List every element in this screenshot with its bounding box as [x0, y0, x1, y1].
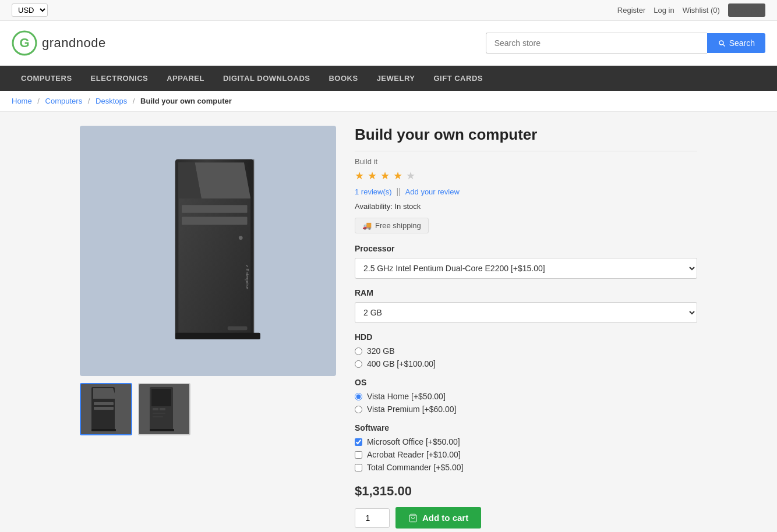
- breadcrumb-current: Build your own computer: [140, 97, 232, 105]
- add-to-cart-button[interactable]: Add to cart: [395, 507, 481, 529]
- software-acrobat[interactable]: Acrobat Reader [+$10.00]: [355, 450, 697, 459]
- ram-section: RAM 2 GB 4 GB [+$20.00] 8 GB [+$60.00]: [355, 288, 697, 323]
- nav-apparel[interactable]: APPAREL: [157, 66, 214, 91]
- svg-text:G: G: [19, 36, 29, 50]
- breadcrumb-home[interactable]: Home: [12, 97, 32, 105]
- nav-electronics[interactable]: ELECTRONICS: [82, 66, 158, 91]
- review-count-link[interactable]: 1 review(s): [355, 187, 392, 196]
- nav-computers[interactable]: COMPUTERS: [12, 66, 82, 91]
- svg-text:z Enterprise: z Enterprise: [245, 265, 250, 290]
- software-label: Software: [355, 423, 697, 432]
- cart-icon: [408, 513, 418, 523]
- main-nav: COMPUTERS ELECTRONICS APPAREL DIGITAL DO…: [0, 66, 777, 91]
- breadcrumb: Home / Computers / Desktops / Build your…: [0, 91, 777, 112]
- nav-digital-downloads[interactable]: DIGITAL DOWNLOADS: [214, 66, 320, 91]
- svg-rect-16: [94, 407, 114, 410]
- availability: Availability: In stock: [355, 202, 697, 211]
- thumbnail-2[interactable]: [138, 383, 190, 435]
- software-section: Software Microsoft Office [+$50.00] Acro…: [355, 423, 697, 472]
- currency-selector[interactable]: USD EUR GBP: [12, 3, 48, 17]
- svg-marker-14: [93, 388, 116, 399]
- nav-books[interactable]: BOOKS: [319, 66, 367, 91]
- svg-rect-8: [228, 326, 248, 330]
- hdd-section: HDD 320 GB 400 GB [+$100.00]: [355, 332, 697, 368]
- svg-rect-22: [153, 413, 165, 414]
- nav-gift-cards[interactable]: GIFT CARDS: [425, 66, 492, 91]
- breadcrumb-computers[interactable]: Computers: [45, 97, 83, 105]
- search-bar: Search: [486, 33, 765, 54]
- svg-rect-23: [153, 416, 163, 417]
- star-2: ★: [368, 169, 377, 182]
- breadcrumb-sep-2: /: [88, 97, 90, 105]
- reviews-row: 1 review(s) || Add your review: [355, 187, 697, 196]
- svg-rect-20: [153, 408, 158, 410]
- star-1: ★: [355, 169, 364, 182]
- build-label: Build it: [355, 157, 697, 166]
- product-price: $1,315.00: [355, 484, 697, 499]
- breadcrumb-sep-1: /: [37, 97, 40, 105]
- processor-label: Processor: [355, 244, 697, 253]
- svg-rect-15: [94, 402, 114, 405]
- main-content: z Enterprise: [68, 126, 709, 529]
- svg-rect-21: [160, 408, 165, 410]
- hdd-label: HDD: [355, 332, 697, 342]
- add-review-link[interactable]: Add your review: [405, 187, 460, 196]
- top-bar: USD EUR GBP Register Log in Wishlist (0)…: [0, 0, 777, 21]
- os-option-vista-premium[interactable]: Vista Premium [+$60.00]: [355, 405, 697, 414]
- logo[interactable]: G grandnode: [12, 30, 106, 56]
- thumbnail-1[interactable]: [80, 383, 132, 435]
- os-section: OS Vista Home [+$50.00] Vista Premium [+…: [355, 378, 697, 414]
- product-title: Build your own computer: [355, 126, 697, 151]
- svg-rect-19: [151, 389, 171, 406]
- processor-select[interactable]: 2.5 GHz Intel Pentium Dual-Core E2200 [+…: [355, 258, 697, 279]
- currency-select[interactable]: USD EUR GBP: [12, 3, 48, 17]
- product-details: Build your own computer Build it ★ ★ ★ ★…: [355, 126, 697, 529]
- breadcrumb-desktops[interactable]: Desktops: [96, 97, 127, 105]
- logo-icon: G: [12, 30, 37, 56]
- search-button[interactable]: Search: [707, 33, 765, 53]
- add-to-cart-row: Add to cart: [355, 507, 697, 529]
- login-link[interactable]: Log in: [654, 6, 674, 15]
- nav-jewelry[interactable]: JEWELRY: [368, 66, 425, 91]
- svg-point-11: [239, 236, 243, 240]
- free-shipping-badge: 🚚 Free shipping: [355, 218, 429, 233]
- truck-icon: 🚚: [362, 221, 372, 230]
- product-gallery: z Enterprise: [80, 126, 336, 529]
- thumbnails: [80, 383, 336, 435]
- ram-label: RAM: [355, 288, 697, 297]
- software-total-commander[interactable]: Total Commander [+$5.00]: [355, 463, 697, 472]
- hdd-option-320[interactable]: 320 GB: [355, 346, 697, 356]
- wishlist-link[interactable]: Wishlist (0): [683, 6, 720, 15]
- svg-rect-24: [150, 429, 174, 431]
- star-4: ★: [393, 169, 402, 182]
- header: G grandnode Search: [0, 21, 777, 66]
- review-separator: ||: [396, 187, 400, 196]
- product-image-svg: z Enterprise: [132, 146, 284, 356]
- star-rating: ★ ★ ★ ★ ★: [355, 169, 697, 182]
- hdd-option-400[interactable]: 400 GB [+$100.00]: [355, 359, 697, 368]
- svg-rect-10: [175, 333, 260, 339]
- processor-section: Processor 2.5 GHz Intel Pentium Dual-Cor…: [355, 244, 697, 279]
- ram-select[interactable]: 2 GB 4 GB [+$20.00] 8 GB [+$60.00]: [355, 302, 697, 323]
- quantity-input[interactable]: [355, 508, 390, 528]
- register-link[interactable]: Register: [617, 6, 645, 15]
- top-bar-actions: Register Log in Wishlist (0) Cart (0): [617, 3, 765, 17]
- cart-button[interactable]: Cart (0): [728, 3, 765, 17]
- svg-rect-6: [182, 205, 248, 213]
- search-icon: [718, 39, 726, 47]
- main-product-image[interactable]: z Enterprise: [80, 126, 336, 376]
- svg-rect-7: [182, 217, 248, 225]
- logo-text: grandnode: [42, 36, 106, 51]
- os-option-vista-home[interactable]: Vista Home [+$50.00]: [355, 392, 697, 401]
- svg-marker-4: [195, 162, 251, 198]
- search-input[interactable]: [486, 33, 707, 54]
- star-3: ★: [380, 169, 390, 182]
- svg-rect-17: [91, 429, 116, 431]
- software-ms-office[interactable]: Microsoft Office [+$50.00]: [355, 437, 697, 446]
- os-label: OS: [355, 378, 697, 387]
- star-5: ★: [406, 169, 415, 182]
- breadcrumb-sep-3: /: [133, 97, 135, 105]
